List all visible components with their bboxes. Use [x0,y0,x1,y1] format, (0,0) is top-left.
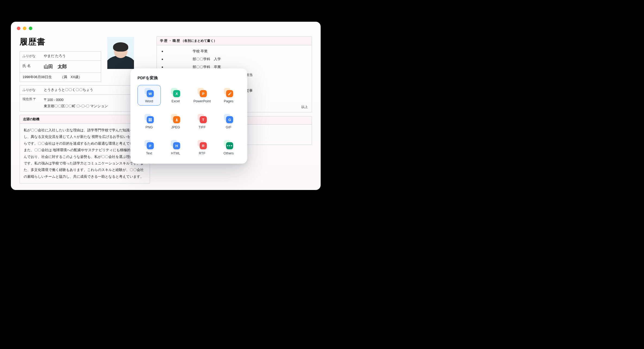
option-label: GIF [226,125,232,129]
name-value: 山田 太郎 [41,61,101,72]
option-label: Text [146,151,152,155]
svg-rect-3 [150,120,152,121]
tiff-icon: T [198,114,207,123]
close-icon[interactable] [17,27,20,30]
history-text: 学校 卒業 [193,49,308,54]
history-date [166,49,188,54]
addr-furigana-label: ふりがな [20,85,41,94]
popup-title: PDFを変換 [137,75,240,81]
convert-option-word[interactable]: W Word [137,85,161,106]
birth-date: 1998年06月08日生 [23,75,52,80]
convert-option-png[interactable]: PNG [137,111,161,132]
history-date [166,57,188,62]
convert-option-others[interactable]: Others [217,137,240,158]
option-label: Excel [171,99,180,103]
html-icon: H [171,140,180,149]
option-label: Pages [224,99,233,103]
convert-option-jpeg[interactable]: JPEG [164,111,187,132]
convert-option-powerpoint[interactable]: P PowerPoint [190,85,214,106]
convert-popup: PDFを変換 W Word X Excel P PowerPoint Pages… [130,68,247,164]
option-label: HTML [171,151,180,155]
convert-option-excel[interactable]: X Excel [164,85,187,106]
svg-rect-5 [149,145,151,145]
page-title: 履歴書 [20,36,150,47]
convert-option-text[interactable]: Text [137,137,161,158]
others-icon [224,140,233,149]
maximize-icon[interactable] [29,27,32,30]
rtf-icon: R [198,140,207,149]
addr-label: 現住所 〒 [20,95,41,111]
convert-option-html[interactable]: H HTML [164,137,187,158]
history-item: 学校 卒業 [161,47,308,55]
window-controls [17,27,32,30]
option-label: Others [223,151,234,155]
pages-icon [224,88,233,97]
option-label: JPEG [171,125,180,129]
convert-option-gif[interactable]: G GIF [217,111,240,132]
option-label: PNG [145,125,153,129]
history-text: 部〇〇学科 入学 [193,57,308,62]
convert-option-rtf[interactable]: R RTF [190,137,214,158]
option-label: TIFF [199,125,206,129]
svg-point-4 [176,119,177,120]
svg-rect-7 [149,147,151,147]
text-icon [145,140,154,149]
age: （満 XX歳） [60,75,82,80]
word-icon: W [145,88,154,97]
history-head: 学 歴 ・ 職 歴 （各別にまとめて書く） [157,37,312,45]
convert-option-pages[interactable]: Pages [217,85,240,106]
convert-option-tiff[interactable]: T TIFF [190,111,214,132]
powerpoint-icon: P [198,88,207,97]
svg-rect-1 [150,118,152,119]
option-label: RTF [199,151,205,155]
gif-icon: G [224,114,233,123]
name-label: 氏 名 [20,61,41,72]
option-label: PowerPoint [193,99,211,103]
furigana-value: やまだ たろう [41,52,101,61]
furigana-label: ふりがな [20,52,41,61]
jpeg-icon [171,114,180,123]
svg-rect-6 [149,145,151,146]
svg-rect-0 [149,118,150,119]
history-item: 部〇〇学科 入学 [161,55,308,63]
svg-rect-2 [149,120,150,121]
minimize-icon[interactable] [23,27,26,30]
png-icon [145,114,154,123]
excel-icon: X [171,88,180,97]
name-block: ふりがな やまだ たろう 氏 名 山田 太郎 1998年06月08日生 （満 X… [20,51,101,82]
option-label: Word [145,99,153,103]
